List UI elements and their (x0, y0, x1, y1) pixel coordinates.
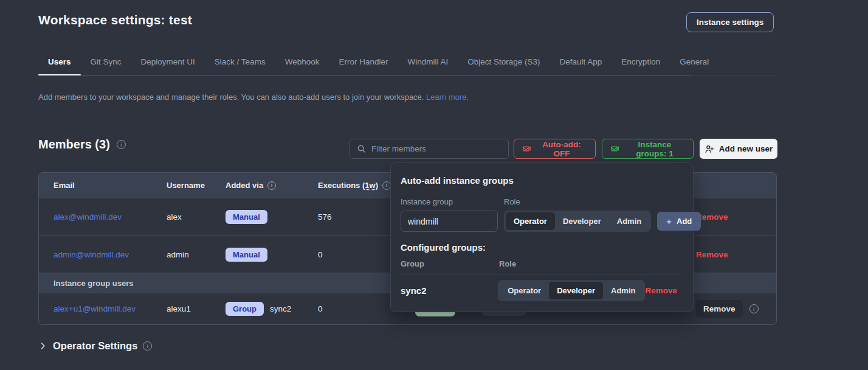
added-via-badge[interactable]: Group (226, 302, 264, 316)
configured-groups-heading: Configured groups: (401, 242, 683, 253)
operator-settings-info-icon[interactable] (143, 341, 152, 351)
tab-list: Users Git Sync Deployment UI Slack / Tea… (38, 54, 691, 75)
group-column-label: Group (401, 259, 499, 268)
added-via-info-icon[interactable] (267, 181, 276, 190)
role-label: Role (504, 197, 651, 206)
tab-encryption[interactable]: Encryption (611, 54, 670, 75)
member-username: admin (167, 250, 226, 259)
member-email-link[interactable]: admin@windmill.dev (53, 250, 129, 259)
mail-group-icon (610, 144, 619, 153)
added-via-badge[interactable]: Manual (226, 210, 267, 224)
role-column-label: Role (499, 259, 683, 268)
instance-group-input[interactable] (401, 211, 498, 232)
remove-info-icon[interactable] (749, 304, 759, 313)
mail-icon (522, 144, 531, 153)
col-header-added-via: Added via (226, 181, 318, 190)
plus-icon: + (666, 216, 672, 226)
role-option-admin[interactable]: Admin (603, 282, 643, 299)
role-option-admin[interactable]: Admin (609, 212, 649, 230)
members-heading: Members (3) (38, 138, 126, 152)
tab-object-storage[interactable]: Object Storage (S3) (458, 54, 549, 75)
instance-groups-button[interactable]: Instance groups: 1 (602, 139, 694, 159)
add-group-button[interactable]: + Add (657, 212, 701, 231)
operator-settings-toggle[interactable]: Operator Settings (38, 340, 152, 352)
tab-error-handler[interactable]: Error Handler (329, 54, 398, 75)
remove-member-button[interactable]: Remove (696, 300, 743, 318)
learn-more-link[interactable]: Learn more. (426, 92, 469, 102)
configured-group-name: sync2 (401, 285, 498, 296)
instance-group-label: Instance group (401, 197, 498, 206)
divider (401, 274, 683, 274)
tab-slack-teams[interactable]: Slack / Teams (205, 54, 275, 75)
page-description: Add members to your workspace and manage… (38, 92, 469, 102)
description-text: Add members to your workspace and manage… (38, 92, 424, 102)
operator-settings-label: Operator Settings (53, 340, 137, 352)
tab-git-sync[interactable]: Git Sync (81, 54, 131, 75)
remove-member-button[interactable]: Remove (696, 250, 728, 259)
configured-group-row: sync2 Operator Developer Admin Remove (401, 280, 683, 301)
popup-title: Auto-add instance groups (401, 175, 683, 186)
role-segmented-control: Operator Developer Admin (504, 211, 651, 232)
executions-info-icon[interactable] (382, 181, 391, 190)
instance-settings-button[interactable]: Instance settings (686, 12, 774, 32)
auto-add-instance-groups-popup: Auto-add instance groups Instance group … (390, 162, 694, 312)
filter-members-box (350, 139, 509, 159)
member-email-link[interactable]: alex+u1@windmill.dev (53, 304, 136, 313)
tab-default-app[interactable]: Default App (550, 54, 612, 75)
col-header-email: Email (53, 181, 167, 190)
members-count-title: Members (3) (38, 138, 110, 152)
member-email-link[interactable]: alex@windmill.dev (53, 212, 122, 222)
added-via-badge[interactable]: Manual (226, 248, 267, 262)
user-plus-icon (704, 144, 714, 154)
role-option-operator[interactable]: Operator (506, 212, 555, 230)
member-username: alexu1 (167, 304, 226, 313)
role-segmented-control: Operator Developer Admin (498, 280, 645, 301)
col-header-username: Username (167, 181, 226, 190)
members-info-icon[interactable] (117, 140, 126, 149)
role-option-developer[interactable]: Developer (549, 282, 603, 299)
tab-users[interactable]: Users (38, 54, 81, 75)
role-option-developer[interactable]: Developer (555, 212, 609, 230)
add-new-user-button[interactable]: Add new user (700, 139, 777, 159)
tab-bar: Users Git Sync Deployment UI Slack / Tea… (38, 54, 777, 75)
role-option-operator[interactable]: Operator (500, 282, 549, 299)
tab-deployment-ui[interactable]: Deployment UI (131, 54, 205, 75)
remove-group-button[interactable]: Remove (645, 286, 677, 295)
configured-groups-columns: Group Role (401, 259, 683, 268)
member-username: alex (167, 212, 226, 222)
added-via-group-name: sync2 (270, 304, 291, 313)
search-icon (357, 144, 366, 153)
auto-add-button[interactable]: Auto-add: OFF (514, 139, 596, 159)
filter-members-input[interactable] (371, 144, 501, 153)
popup-add-form: Instance group Role Operator Developer A… (401, 197, 683, 232)
chevron-right-icon (38, 341, 47, 351)
tab-windmill-ai[interactable]: Windmill AI (398, 54, 458, 75)
tab-general[interactable]: General (670, 54, 718, 75)
page-title: Workspace settings: test (38, 13, 192, 27)
tab-webhook[interactable]: Webhook (275, 54, 329, 75)
